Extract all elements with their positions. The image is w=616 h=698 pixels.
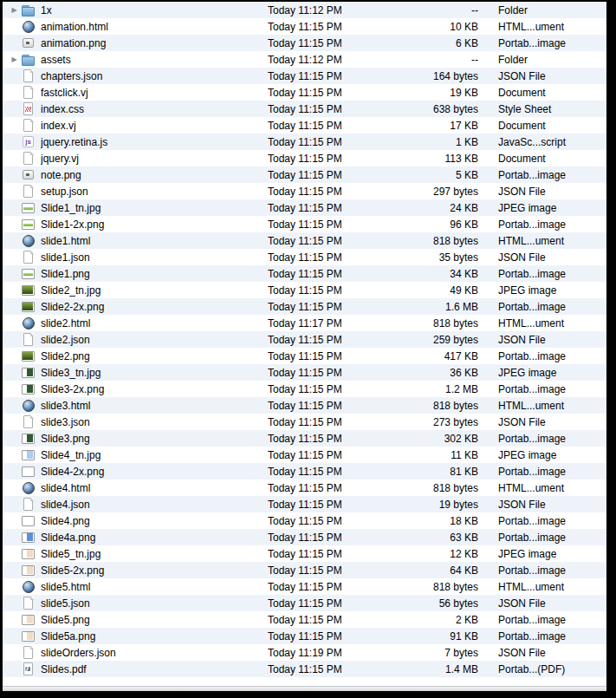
file-name: slide5.json [41,597,268,610]
document-icon [21,497,36,512]
document-icon [21,118,36,133]
file-row[interactable]: ▶ Slide4.png Today 11:15 PM 18 KB Portab… [3,512,606,529]
file-date-modified: Today 11:15 PM [268,532,370,544]
html-icon [21,19,36,34]
file-row[interactable]: ▶ Slide5.png Today 11:15 PM 2 KB Portab.… [3,611,606,628]
file-row[interactable]: ▶ Slides.pdf Today 11:15 PM 1.4 MB Porta… [3,661,606,677]
file-row[interactable]: ▶ fastclick.vj Today 11:15 PM 19 KB Docu… [3,84,606,101]
file-kind: HTML...ument [498,21,601,33]
css-icon [21,101,36,116]
file-row[interactable]: ▶ Slide2_tn.jpg Today 11:15 PM 49 KB JPE… [3,282,606,298]
file-kind: HTML...ument [498,581,601,593]
file-row[interactable]: ▶ Slide2-2x.png Today 11:15 PM 1.6 MB Po… [3,298,606,315]
file-row[interactable]: ▶ assets Today 11:12 PM -- Folder [3,51,606,68]
file-name: Slide2.png [41,350,268,362]
finder-list-view: ▶ 1x Today 11:12 PM -- Folder ▶ animatio… [3,2,606,686]
file-size: 818 bytes [370,235,478,247]
file-row[interactable]: ▶ Slide5_tn.jpg Today 11:15 PM 12 KB JPE… [3,545,606,562]
file-kind: HTML...ument [498,482,601,494]
file-row[interactable]: ▶ slide4.json Today 11:15 PM 19 bytes JS… [3,496,606,512]
file-row[interactable]: ▶ slideOrders.json Today 11:19 PM 7 byte… [3,644,606,661]
file-name: slideOrders.json [41,647,268,659]
file-row[interactable]: ▶ jquery.vj Today 11:15 PM 113 KB Docume… [3,150,606,166]
file-row[interactable]: ▶ animation.png Today 11:15 PM 6 KB Port… [3,35,606,51]
file-row[interactable]: ▶ animation.html Today 11:15 PM 10 KB HT… [3,18,606,35]
file-row[interactable]: ▶ slide2.html Today 11:17 PM 818 bytes H… [3,315,606,331]
file-row[interactable]: ▶ slide3.html Today 11:15 PM 818 bytes H… [3,397,606,414]
file-kind: Portab...image [498,630,601,643]
file-date-modified: Today 11:15 PM [268,186,370,198]
file-row[interactable]: ▶ Slide5a.png Today 11:15 PM 91 KB Porta… [3,628,606,644]
file-name: Slide1_tn.jpg [41,202,268,214]
file-row[interactable]: ▶ slide2.json Today 11:15 PM 259 bytes J… [3,331,606,348]
thumb-dark-green-icon [21,349,36,363]
file-name: slide1.json [41,251,268,264]
file-row[interactable]: ▶ chapters.json Today 11:15 PM 164 bytes… [3,68,606,84]
file-date-modified: Today 11:15 PM [268,482,370,494]
file-date-modified: Today 11:15 PM [268,169,370,181]
file-row[interactable]: ▶ Slide3_tn.jpg Today 11:15 PM 36 KB JPE… [3,364,606,381]
file-kind: Document [498,153,601,165]
file-row[interactable]: ▶ Slide4-2x.png Today 11:15 PM 81 KB Por… [3,463,606,479]
file-row[interactable]: ▶ slide1.html Today 11:15 PM 818 bytes H… [3,232,606,249]
file-date-modified: Today 11:12 PM [268,54,370,66]
file-row[interactable]: ▶ index.vj Today 11:15 PM 17 KB Document [3,117,606,134]
file-row[interactable]: ▶ Slide1_tn.jpg Today 11:15 PM 24 KB JPE… [3,199,606,216]
file-row[interactable]: ▶ slide1.json Today 11:15 PM 35 bytes JS… [3,249,606,265]
disclosure-triangle-icon[interactable]: ▶ [8,51,21,68]
file-row[interactable]: ▶ Slide5-2x.png Today 11:15 PM 64 KB Por… [3,562,606,578]
file-row[interactable]: ▶ slide4.html Today 11:15 PM 818 bytes H… [3,479,606,496]
file-kind: JSON File [498,334,601,346]
file-date-modified: Today 11:15 PM [268,416,370,428]
file-kind: Portab...image [498,515,601,527]
thumb-green-band-icon [21,200,36,215]
file-row[interactable]: ▶ 1x Today 11:12 PM -- Folder [3,2,606,18]
file-row[interactable]: ▶ Slide3-2x.png Today 11:15 PM 1.2 MB Po… [3,381,606,397]
file-date-modified: Today 11:15 PM [268,219,370,231]
file-row[interactable]: ▶ jquery.retina.js Today 11:15 PM 1 KB J… [3,134,606,150]
file-date-modified: Today 11:15 PM [268,284,370,297]
window-frame: ▶ 1x Today 11:12 PM -- Folder ▶ animatio… [0,0,616,698]
file-row[interactable]: ▶ slide5.json Today 11:15 PM 56 bytes JS… [3,595,606,611]
file-row[interactable]: ▶ Slide1-2x.png Today 11:15 PM 96 KB Por… [3,216,606,232]
file-row[interactable]: ▶ Slide4a.png Today 11:15 PM 63 KB Porta… [3,529,606,545]
file-name: Slide3-2x.png [41,383,268,395]
file-row[interactable]: ▶ slide5.html Today 11:15 PM 818 bytes H… [3,578,606,595]
file-row[interactable]: ▶ Slide2.png Today 11:15 PM 417 KB Porta… [3,348,606,364]
file-kind: Folder [498,54,601,66]
html-icon [21,579,36,594]
disclosure-triangle-icon[interactable]: ▶ [8,2,21,18]
image-gray-icon [21,167,36,182]
file-size: 6 KB [370,37,478,49]
file-row[interactable]: ▶ setup.json Today 11:15 PM 297 bytes JS… [3,183,606,199]
file-row[interactable]: ▶ slide3.json Today 11:15 PM 273 bytes J… [3,414,606,430]
file-kind: Portab...image [498,37,601,49]
file-name: slide1.html [41,235,268,247]
file-name: index.vj [41,120,268,132]
file-date-modified: Today 11:15 PM [268,663,370,675]
file-kind: Folder [498,4,601,16]
file-kind: JavaSc...script [498,136,601,148]
file-date-modified: Today 11:15 PM [268,383,370,395]
thumb-dark-green-icon [21,283,36,297]
file-row[interactable]: ▶ index.css Today 11:15 PM 638 bytes Sty… [3,101,606,117]
file-date-modified: Today 11:15 PM [268,499,370,511]
file-row[interactable]: ▶ note.png Today 11:15 PM 5 KB Portab...… [3,166,606,183]
file-date-modified: Today 11:19 PM [268,647,370,659]
file-name: Slide5a.png [41,630,268,643]
file-row[interactable]: ▶ Slide4_tn.jpg Today 11:15 PM 11 KB JPE… [3,447,606,463]
file-kind: Document [498,87,601,99]
file-kind: Portab...(PDF) [498,663,601,675]
file-name: slide4.json [41,499,268,511]
file-name: jquery.retina.js [41,136,268,148]
file-row[interactable]: ▶ Slide3.png Today 11:15 PM 302 KB Porta… [3,430,606,447]
document-icon [21,85,36,100]
file-name: slide3.json [41,416,268,428]
thumb-green-right-icon [21,365,36,380]
file-size: 1.2 MB [370,383,478,395]
file-date-modified: Today 11:15 PM [268,70,370,82]
file-row[interactable]: ▶ Slide1.png Today 11:15 PM 34 KB Portab… [3,265,606,282]
document-icon [21,184,36,199]
file-name: Slide5-2x.png [41,564,268,577]
thumb-blue-right-icon [21,530,36,545]
